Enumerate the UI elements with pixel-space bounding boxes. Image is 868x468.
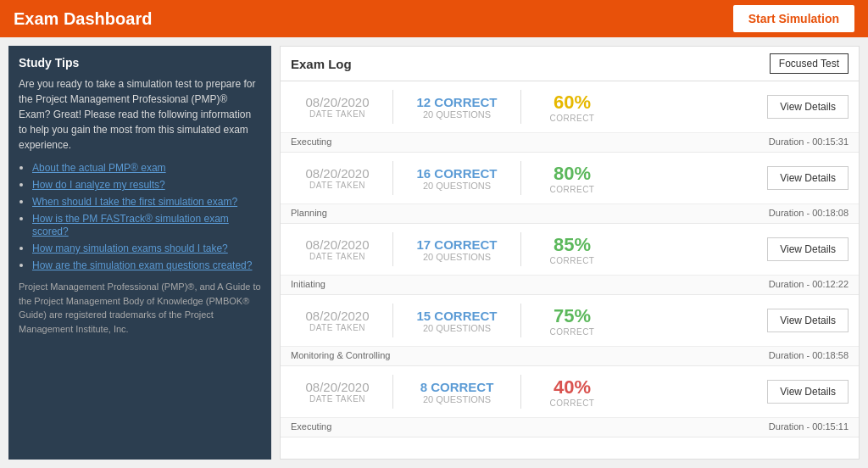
correct-count: 17 CORRECT [402,237,512,252]
exam-duration: Duration - 00:18:58 [769,350,849,360]
exam-date-label: DATE TAKEN [291,394,384,404]
percent-label: CORRECT [530,327,615,337]
exam-log-panel: Exam Log Focused Test 08/20/2020 DATE TA… [280,46,860,460]
study-tip-link[interactable]: When should I take the first simulation … [32,196,237,208]
view-details-button[interactable]: View Details [767,237,849,261]
divider [392,161,393,195]
study-tips-intro: Are you ready to take a simulation test … [19,76,261,153]
table-row: 08/20/2020 DATE TAKEN 15 CORRECT 20 QUES… [281,295,859,366]
percent-label: CORRECT [530,398,615,408]
percent-block: 80% CORRECT [530,163,615,194]
exam-category: Executing [291,136,331,147]
study-tip-link[interactable]: About the actual PMP® exam [32,162,166,174]
divider [520,161,521,195]
exam-date: 08/20/2020 [291,309,384,323]
exam-date-label: DATE TAKEN [291,109,384,119]
correct-block: 17 CORRECT 20 QUESTIONS [402,237,512,262]
study-tips-links: About the actual PMP® examHow do I analy… [19,161,261,271]
exam-date: 08/20/2020 [291,380,384,394]
exam-entry-footer: Executing Duration - 00:15:31 [281,132,859,152]
study-tip-link[interactable]: How do I analyze my results? [32,179,165,191]
table-row: 08/20/2020 DATE TAKEN 16 CORRECT 20 QUES… [281,153,859,224]
study-tip-link[interactable]: How are the simulation exam questions cr… [32,259,252,271]
start-simulation-button[interactable]: Start Simulation [733,5,854,32]
divider [392,375,393,409]
study-tips-footer: Project Management Professional (PMP)®, … [19,280,261,336]
exam-date-label: DATE TAKEN [291,252,384,261]
exam-entry-footer: Monitoring & Controlling Duration - 00:1… [281,346,859,365]
table-row: 08/20/2020 DATE TAKEN 17 CORRECT 20 QUES… [281,224,859,295]
study-tip-link[interactable]: How many simulation exams should I take? [32,242,228,254]
exam-log-header: Exam Log Focused Test [281,47,859,81]
exam-entries-container: 08/20/2020 DATE TAKEN 12 CORRECT 20 QUES… [281,81,859,437]
exam-entry-footer: Initiating Duration - 00:12:22 [281,275,859,294]
exam-date-block: 08/20/2020 DATE TAKEN [291,237,384,261]
correct-count: 16 CORRECT [402,166,512,181]
exam-entry-main: 08/20/2020 DATE TAKEN 12 CORRECT 20 QUES… [281,81,859,132]
percent-block: 40% CORRECT [530,376,615,408]
correct-count: 15 CORRECT [402,309,512,323]
questions-count: 20 QUESTIONS [402,252,512,262]
percent-label: CORRECT [530,185,615,194]
correct-block: 16 CORRECT 20 QUESTIONS [402,166,512,191]
exam-duration: Duration - 00:12:22 [769,279,849,289]
percent-label: CORRECT [530,114,615,123]
divider [392,232,393,266]
percent-value: 75% [530,305,615,327]
correct-count: 8 CORRECT [402,380,512,394]
percent-value: 60% [530,92,615,114]
view-details-button[interactable]: View Details [767,95,849,119]
divider [520,375,521,409]
divider [392,304,393,337]
exam-entry-footer: Planning Duration - 00:18:08 [281,203,859,223]
questions-count: 20 QUESTIONS [402,394,512,404]
questions-count: 20 QUESTIONS [402,181,512,191]
divider [520,232,521,266]
divider [392,90,393,124]
focused-test-button[interactable]: Focused Test [770,53,849,74]
percent-value: 85% [530,234,615,256]
exam-date-label: DATE TAKEN [291,323,384,332]
exam-date: 08/20/2020 [291,237,384,252]
correct-block: 8 CORRECT 20 QUESTIONS [402,380,512,404]
questions-count: 20 QUESTIONS [402,109,512,120]
exam-entry-main: 08/20/2020 DATE TAKEN 15 CORRECT 20 QUES… [281,295,859,346]
view-details-button[interactable]: View Details [767,380,849,404]
exam-category: Planning [291,208,327,218]
exam-duration: Duration - 00:18:08 [769,208,849,218]
exam-date-block: 08/20/2020 DATE TAKEN [291,380,384,404]
exam-duration: Duration - 00:15:31 [769,136,849,147]
divider [520,90,521,124]
exam-date: 08/20/2020 [291,166,384,181]
exam-date-label: DATE TAKEN [291,181,384,190]
exam-duration: Duration - 00:15:11 [769,421,849,432]
exam-date-block: 08/20/2020 DATE TAKEN [291,95,384,119]
study-tips-title: Study Tips [19,56,261,70]
percent-value: 40% [530,376,615,398]
exam-category: Executing [291,421,331,432]
correct-count: 12 CORRECT [402,95,512,109]
study-tips-panel: Study Tips Are you ready to take a simul… [8,46,271,460]
header-title: Exam Dashboard [14,9,152,29]
exam-date-block: 08/20/2020 DATE TAKEN [291,166,384,190]
correct-block: 12 CORRECT 20 QUESTIONS [402,95,512,120]
percent-block: 60% CORRECT [530,92,615,123]
study-tip-link[interactable]: How is the PM FASTrack® simulation exam … [32,213,229,237]
exam-entry-main: 08/20/2020 DATE TAKEN 8 CORRECT 20 QUEST… [281,366,859,417]
exam-category: Initiating [291,279,326,289]
divider [520,304,521,337]
table-row: 08/20/2020 DATE TAKEN 8 CORRECT 20 QUEST… [281,366,859,437]
questions-count: 20 QUESTIONS [402,323,512,333]
percent-label: CORRECT [530,256,615,265]
correct-block: 15 CORRECT 20 QUESTIONS [402,309,512,333]
exam-log-title: Exam Log [291,57,352,71]
percent-value: 80% [530,163,615,185]
percent-block: 75% CORRECT [530,305,615,337]
percent-block: 85% CORRECT [530,234,615,265]
view-details-button[interactable]: View Details [767,309,849,332]
exam-entry-main: 08/20/2020 DATE TAKEN 16 CORRECT 20 QUES… [281,153,859,203]
exam-entry-footer: Executing Duration - 00:15:11 [281,417,859,437]
exam-entry-main: 08/20/2020 DATE TAKEN 17 CORRECT 20 QUES… [281,224,859,275]
exam-category: Monitoring & Controlling [291,350,390,360]
view-details-button[interactable]: View Details [767,166,849,190]
